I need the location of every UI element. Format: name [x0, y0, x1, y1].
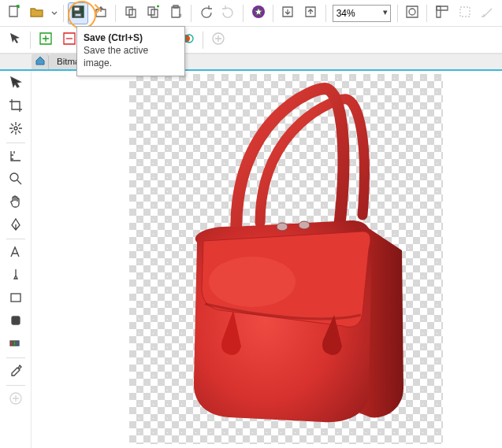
rect-tool-icon: [9, 291, 23, 307]
copy-icon: [124, 5, 138, 21]
copy-button[interactable]: [120, 2, 141, 24]
pointer-button[interactable]: [4, 29, 26, 51]
separator: [63, 5, 64, 22]
svg-point-34: [209, 257, 296, 307]
brush-tool-icon: [9, 268, 23, 284]
pen-tool[interactable]: [4, 214, 28, 236]
new-layer-button[interactable]: [35, 29, 57, 51]
straighten-tool[interactable]: [4, 146, 28, 168]
home-tab[interactable]: [32, 54, 49, 69]
straighten-tool-icon: [9, 149, 23, 165]
text-tool[interactable]: [4, 242, 28, 264]
svg-rect-18: [460, 7, 470, 17]
export-from-canvas-icon: [303, 5, 318, 21]
separator: [191, 5, 192, 22]
svg-point-27: [10, 173, 18, 181]
add-node-icon: [211, 31, 225, 48]
eyedropper-tool[interactable]: [4, 361, 28, 383]
zoom-tool[interactable]: [4, 168, 28, 191]
separator: [426, 5, 427, 22]
rect-tool[interactable]: [4, 287, 28, 309]
new-document-button[interactable]: [4, 2, 25, 24]
separator: [6, 239, 25, 239]
save-tooltip: Save (Ctrl+S) Save the active image.: [76, 26, 185, 76]
arrow-tool-icon: [9, 76, 23, 92]
secondary-toolbar: [0, 27, 502, 54]
export-icon: [94, 5, 108, 21]
pan-tool[interactable]: [4, 191, 28, 213]
canvas-subject: [165, 77, 426, 439]
add-tool-icon: [9, 391, 23, 408]
separator: [397, 5, 398, 22]
add-node-button[interactable]: [207, 29, 229, 51]
save-icon: [71, 5, 85, 21]
save-button[interactable]: [68, 2, 89, 24]
copy-new-button[interactable]: [143, 2, 164, 24]
separator: [6, 385, 25, 386]
svg-point-36: [299, 221, 310, 229]
svg-point-35: [277, 223, 288, 231]
paste-new-icon: [169, 5, 183, 21]
undo-button[interactable]: [195, 2, 217, 24]
export-button[interactable]: [90, 2, 111, 24]
svg-point-26: [14, 127, 17, 130]
main-area: [0, 71, 502, 448]
zoom-input[interactable]: [333, 5, 391, 22]
star-circle-icon: [251, 5, 266, 21]
heal-tool-icon: [9, 121, 23, 138]
eraser-tool[interactable]: [4, 310, 28, 332]
open-dropdown-icon[interactable]: [50, 2, 59, 24]
eyedropper-tool-icon: [9, 364, 23, 380]
crop-tool-icon: [9, 98, 23, 115]
svg-rect-3: [75, 13, 81, 17]
open-button[interactable]: [27, 2, 48, 24]
paste-new-button[interactable]: [165, 2, 187, 24]
separator: [203, 31, 203, 49]
snap-grid-button[interactable]: [454, 2, 475, 24]
add-tool-button[interactable]: [4, 388, 28, 410]
pan-tool-icon: [9, 194, 23, 211]
delete-layer-icon: [62, 31, 76, 48]
svg-point-15: [409, 9, 415, 15]
home-icon: [35, 56, 45, 67]
svg-rect-31: [13, 341, 16, 346]
color-sample-tool[interactable]: [4, 333, 28, 355]
tooltip-title: Save (Ctrl+S): [84, 31, 178, 44]
heal-tool[interactable]: [4, 118, 28, 140]
snap-guides-button[interactable]: [477, 2, 498, 24]
separator: [6, 143, 25, 143]
rulers-button[interactable]: [431, 2, 452, 24]
crop-tool[interactable]: [4, 95, 28, 117]
enhance-button[interactable]: [247, 2, 269, 24]
view-mask-icon: [405, 5, 419, 21]
brush-tool[interactable]: [4, 265, 28, 287]
svg-rect-2: [74, 7, 80, 11]
snap-guides-icon: [480, 5, 494, 21]
arrow-tool[interactable]: [4, 72, 28, 94]
import-to-canvas-button[interactable]: [277, 2, 299, 24]
new-layer-icon: [39, 31, 53, 48]
undo-icon: [199, 5, 213, 21]
export-from-canvas-button[interactable]: [300, 2, 322, 24]
view-mask-button[interactable]: [402, 2, 423, 24]
text-tool-icon: [9, 245, 23, 261]
redo-icon: [221, 5, 236, 21]
new-document-icon: [7, 5, 21, 21]
svg-rect-28: [11, 294, 20, 302]
open-folder-icon: [30, 5, 44, 21]
svg-rect-9: [172, 7, 180, 17]
canvas-area[interactable]: [32, 71, 502, 448]
eraser-tool-icon: [9, 313, 23, 330]
separator: [243, 5, 244, 22]
copy-new-icon: [146, 5, 160, 21]
tooltip-body: Save the active image.: [84, 44, 178, 69]
svg-rect-30: [10, 341, 13, 346]
svg-rect-0: [9, 6, 17, 17]
tools-sidebar: [0, 71, 32, 448]
separator: [325, 5, 326, 22]
svg-rect-14: [407, 6, 418, 17]
redo-button[interactable]: [218, 2, 239, 24]
pen-tool-icon: [9, 217, 23, 234]
separator: [115, 5, 116, 22]
svg-rect-29: [12, 317, 20, 324]
